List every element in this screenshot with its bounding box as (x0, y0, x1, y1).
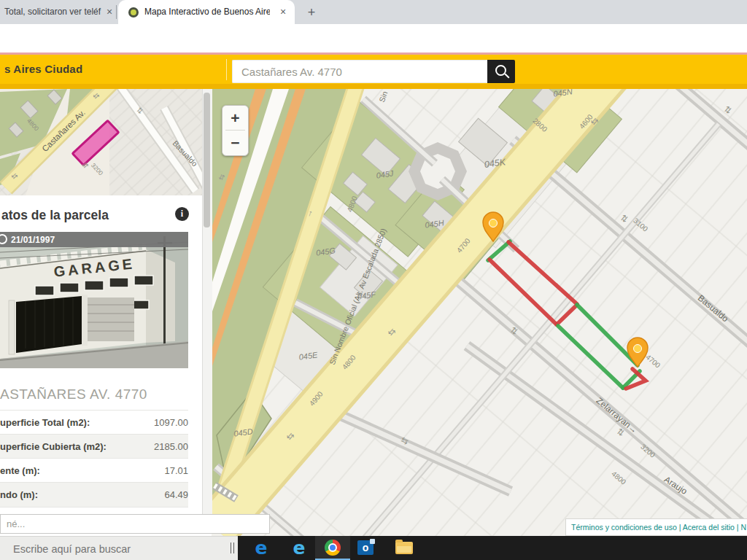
map-footer-links[interactable]: Términos y condiciones de uso | Acerca d… (565, 518, 747, 536)
field-value: 17.01 (164, 465, 188, 476)
tab-strip: Total, solicitaron ver teléf × Mapa Inte… (0, 0, 747, 24)
edge-icon[interactable]: e (252, 539, 271, 558)
windows-taskbar: e e o (0, 536, 747, 560)
search-icon (495, 65, 506, 76)
outlook-icon[interactable]: o (357, 540, 374, 555)
field-label: ente (m): (0, 465, 40, 476)
taskbar-search-input[interactable] (0, 536, 238, 560)
chrome-taskbar-button[interactable] (315, 536, 350, 560)
tab-close-icon[interactable]: × (277, 6, 289, 18)
field-label: uperficie Total (m2): (0, 417, 90, 428)
chrome-icon (325, 540, 341, 556)
sidebar-scrollbar-thumb[interactable] (204, 93, 210, 228)
file-explorer-icon[interactable] (395, 542, 413, 554)
tab-inactive[interactable]: Total, solicitaron ver teléf (0, 0, 120, 24)
field-row: ndo (m): 64.49 (0, 482, 188, 508)
tab-active[interactable]: Mapa Interactivo de Buenos Aire × (118, 0, 295, 24)
internet-explorer-icon[interactable]: e (290, 539, 309, 558)
new-tab-button[interactable]: + (303, 4, 320, 20)
parcel-sidebar: Castañares Av. 4800 3200 Basualdo ⇆ ⇅ ⇆ … (0, 89, 212, 536)
tab-close-icon[interactable]: × (104, 6, 115, 18)
taskbar-divider (233, 542, 234, 553)
field-value: 2185.00 (154, 441, 188, 452)
interactive-map[interactable]: 045D 045E 045F 045G 045H 045J 045K 045N … (212, 89, 747, 536)
field-row: uperficie Total (m2): 1097.00 (0, 410, 188, 435)
zoom-out-button[interactable]: − (222, 131, 248, 155)
field-row: ente (m): 17.01 (0, 458, 188, 483)
field-row: uperficie Cubierta (m2): 2185.00 (0, 434, 188, 459)
address-bar: × mapa.buenosaires.gob.ar/informacion/?l… (0, 24, 747, 53)
tab-title: Total, solicitaron ver teléf (4, 7, 101, 17)
photo-date: 21/01/1997 (11, 235, 55, 245)
field-value: 1097.00 (154, 417, 188, 428)
panel-title: atos de la parcela (1, 208, 109, 223)
mini-map[interactable]: Castañares Av. 4800 3200 Basualdo ⇆ ⇅ ⇆ … (0, 89, 202, 195)
map-search-input[interactable] (232, 60, 488, 83)
tab-title: Mapa Interactivo de Buenos Aire (144, 0, 270, 24)
header-gold-strip (0, 84, 747, 89)
city-brand-logo: s Aires Ciudad (4, 63, 82, 75)
screen: Total, solicitaron ver teléf × Mapa Inte… (0, 0, 747, 560)
site-favicon-icon (128, 7, 139, 18)
search-button[interactable] (487, 60, 515, 83)
info-icon[interactable]: i (175, 207, 189, 221)
tab-separator (116, 5, 117, 19)
field-value: 64.49 (164, 489, 188, 500)
field-label: uperficie Cubierta (m2): (0, 441, 107, 452)
taskbar-divider (231, 542, 231, 553)
field-label: ndo (m): (0, 489, 38, 500)
zoom-in-button[interactable]: + (222, 106, 248, 130)
parcel-photo: GARAGE 21/01/1997 (0, 232, 188, 368)
header-divider (226, 59, 227, 80)
parcel-address: ASTAÑARES AV. 4770 (0, 386, 188, 402)
zoom-control: + − (222, 105, 249, 156)
sidebar-bottom-input[interactable] (0, 514, 270, 534)
